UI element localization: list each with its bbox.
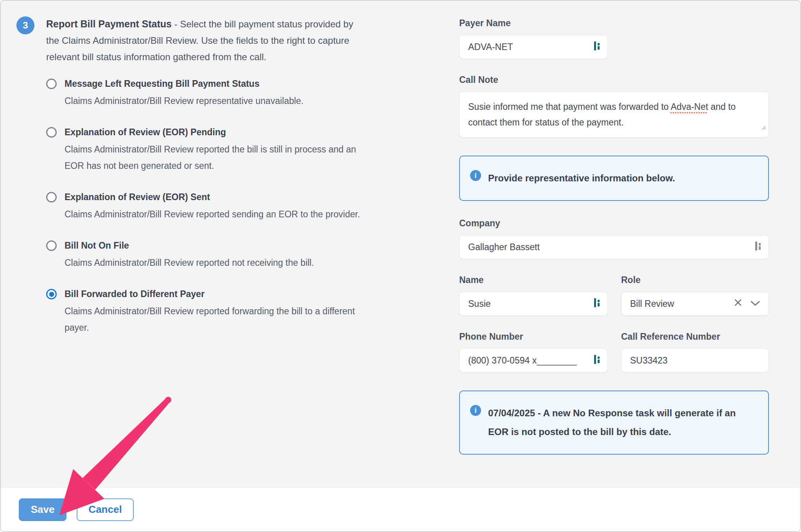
step-number-badge: 3 <box>16 16 34 34</box>
company-label: Company <box>459 218 769 229</box>
call-reference-input[interactable] <box>621 348 769 373</box>
footer-action-bar: Save Cancel <box>1 487 800 531</box>
name-label: Name <box>459 275 608 285</box>
option-bill-not-on-file[interactable]: Bill Not On File Claims Administrator/Bi… <box>46 240 376 271</box>
bill-status-radio-group: Message Left Requesting Bill Payment Sta… <box>46 78 376 336</box>
option-body: Bill Forwarded to Different Payer Claims… <box>65 288 366 336</box>
call-note-misspelled-word: Adva-Net <box>671 102 708 112</box>
name-input[interactable] <box>459 292 608 316</box>
company-input[interactable] <box>459 235 769 259</box>
payer-name-input[interactable] <box>459 35 608 59</box>
step-header: 3 Report Bill Payment Status - Select th… <box>16 16 376 65</box>
option-label: Bill Not On File <box>65 240 314 251</box>
radio-unselected-icon[interactable] <box>46 192 57 202</box>
autofill-bars-icon <box>593 41 602 53</box>
role-select[interactable]: Bill Review <box>621 292 769 316</box>
radio-unselected-icon[interactable] <box>46 127 57 138</box>
autofill-bars-icon <box>593 297 602 310</box>
save-button[interactable]: Save <box>19 498 66 521</box>
no-response-info-text: 07/04/2025 - A new No Response task will… <box>488 404 742 441</box>
info-icon: i <box>470 170 481 181</box>
option-label: Message Left Requesting Bill Payment Sta… <box>65 78 304 90</box>
option-description: Claims Administrator/Bill Review represe… <box>65 93 304 109</box>
role-label: Role <box>621 275 769 285</box>
option-description: Claims Administrator/Bill Review reporte… <box>65 206 360 222</box>
step-title: Report Bill Payment Status <box>46 18 172 29</box>
clear-x-icon[interactable] <box>733 298 743 310</box>
call-note-text: Susie informed me that payment was forwa… <box>468 102 671 112</box>
payer-name-label: Payer Name <box>459 18 769 29</box>
phone-number-label: Phone Number <box>459 331 608 342</box>
option-description: Claims Administrator/Bill Review reporte… <box>65 254 314 271</box>
option-eor-pending[interactable]: Explanation of Review (EOR) Pending Clai… <box>46 126 376 174</box>
info-icon: i <box>470 405 481 416</box>
radio-unselected-icon[interactable] <box>46 240 57 251</box>
call-reference-cell: Call Reference Number <box>621 331 769 373</box>
name-wrap <box>459 292 608 316</box>
option-body: Explanation of Review (EOR) Sent Claims … <box>65 191 360 222</box>
phone-number-input[interactable] <box>459 348 608 373</box>
call-note-label: Call Note <box>459 75 769 85</box>
no-response-info-box: i 07/04/2025 - A new No Response task wi… <box>459 390 769 455</box>
radio-unselected-icon[interactable] <box>46 79 57 89</box>
option-label: Explanation of Review (EOR) Sent <box>65 191 360 203</box>
radio-selected-icon[interactable] <box>46 289 57 299</box>
option-body: Message Left Requesting Bill Payment Sta… <box>65 78 304 109</box>
name-role-row: Name Role Bill Review <box>459 275 769 316</box>
payer-name-wrap <box>459 35 608 59</box>
autofill-bars-icon <box>593 354 602 367</box>
option-body: Bill Not On File Claims Administrator/Bi… <box>65 240 314 271</box>
role-cell: Role Bill Review <box>621 275 769 316</box>
role-selected-value: Bill Review <box>630 299 674 309</box>
option-description: Claims Administrator/Bill Review reporte… <box>65 303 366 336</box>
option-eor-sent[interactable]: Explanation of Review (EOR) Sent Claims … <box>46 191 376 222</box>
phone-cell: Phone Number <box>459 331 608 373</box>
call-note-textarea[interactable]: Susie informed me that payment was forwa… <box>459 91 769 138</box>
step-description: Report Bill Payment Status - Select the … <box>46 16 363 65</box>
representative-info-text: Provide representative information below… <box>488 169 675 188</box>
option-description: Claims Administrator/Bill Review reporte… <box>65 141 366 174</box>
representative-info-box: i Provide representative information bel… <box>459 156 769 201</box>
report-bill-payment-status-panel: 3 Report Bill Payment Status - Select th… <box>0 0 801 532</box>
option-bill-forwarded[interactable]: Bill Forwarded to Different Payer Claims… <box>46 288 376 336</box>
autofill-bars-icon <box>754 241 763 253</box>
company-wrap <box>459 235 769 259</box>
option-label: Explanation of Review (EOR) Pending <box>65 126 366 138</box>
option-body: Explanation of Review (EOR) Pending Clai… <box>65 126 366 174</box>
option-label: Bill Forwarded to Different Payer <box>65 288 366 300</box>
call-details-form: Payer Name Call Note Susie informed me t… <box>459 18 769 455</box>
textarea-resize-handle-icon[interactable] <box>760 119 766 135</box>
call-reference-label: Call Reference Number <box>621 331 769 342</box>
phone-wrap <box>459 348 608 373</box>
call-reference-wrap <box>621 348 769 373</box>
cancel-button[interactable]: Cancel <box>77 498 134 521</box>
option-message-left[interactable]: Message Left Requesting Bill Payment Sta… <box>46 78 376 109</box>
name-cell: Name <box>459 275 608 316</box>
phone-reference-row: Phone Number Call Reference Number <box>459 331 769 373</box>
step-section: 3 Report Bill Payment Status - Select th… <box>16 16 376 353</box>
chevron-down-icon[interactable] <box>750 299 761 309</box>
